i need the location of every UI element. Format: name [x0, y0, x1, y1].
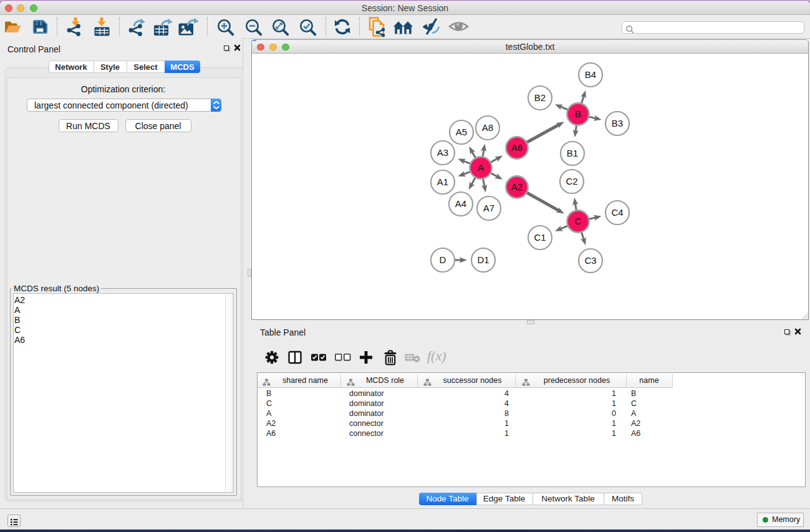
svg-text:A2: A2	[511, 181, 523, 192]
svg-text:B1: B1	[567, 148, 578, 158]
svg-text:A7: A7	[483, 203, 494, 213]
svg-text:B: B	[575, 109, 581, 119]
svg-text:A: A	[478, 162, 484, 173]
svg-text:C2: C2	[566, 176, 577, 186]
svg-text:A6: A6	[511, 142, 523, 153]
svg-text:A8: A8	[482, 122, 493, 133]
svg-text:A3: A3	[437, 147, 448, 158]
svg-text:B3: B3	[612, 118, 623, 128]
svg-text:A5: A5	[456, 127, 467, 137]
svg-text:A1: A1	[437, 177, 448, 187]
svg-text:B4: B4	[585, 69, 596, 80]
svg-text:C: C	[575, 216, 582, 226]
svg-text:C4: C4	[611, 207, 623, 218]
svg-text:C1: C1	[534, 232, 546, 243]
svg-text:C3: C3	[584, 255, 596, 266]
svg-text:A4: A4	[455, 198, 466, 209]
svg-text:D1: D1	[477, 254, 489, 265]
svg-text:B2: B2	[534, 92, 546, 103]
svg-text:D: D	[440, 254, 446, 265]
